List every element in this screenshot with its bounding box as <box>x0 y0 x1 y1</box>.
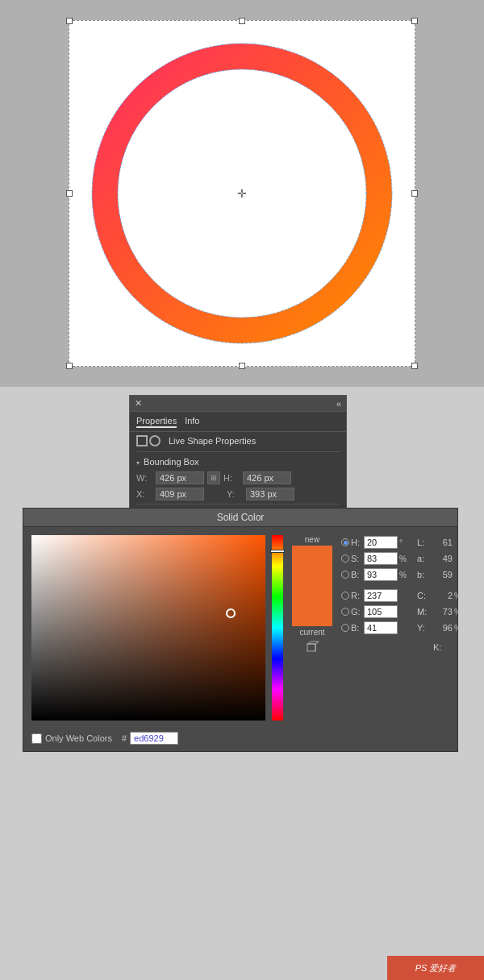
handle-mid-left[interactable] <box>66 190 73 197</box>
dialog-titlebar: Solid Color <box>23 509 457 527</box>
watermark-text: PS 爱好者 <box>415 962 457 974</box>
hue-slider[interactable] <box>272 535 283 720</box>
h-value-row: H: ° L: 61 <box>341 535 482 550</box>
web-colors-label: Only Web Colors <box>45 733 112 743</box>
m-value: 73 <box>435 607 453 617</box>
hex-area: # <box>122 732 178 745</box>
web-colors-checkbox[interactable] <box>31 733 42 744</box>
crosshair-cursor: ✛ <box>237 187 247 200</box>
bounding-box-xy: X: Y: <box>130 486 346 502</box>
a-label: a: <box>417 554 433 563</box>
hue-marker <box>270 550 285 553</box>
brightness-gradient <box>31 535 265 720</box>
gradient-box[interactable] <box>31 535 265 720</box>
bounding-box-wh: W: ⊞ H: <box>130 470 346 486</box>
w-input[interactable] <box>156 471 204 484</box>
w-label: W: <box>136 473 152 483</box>
hex-hash: # <box>122 733 127 743</box>
y-value: 96 <box>435 623 453 633</box>
close-icon[interactable]: ✕ <box>135 398 142 409</box>
b3-value: 59 <box>435 570 453 579</box>
live-shape-label: Live Shape Properties <box>169 436 256 446</box>
color-picker-area[interactable] <box>31 535 265 720</box>
g-value-row: G: M: 73 % <box>341 604 482 619</box>
svg-marker-4 <box>307 642 319 644</box>
shape-icon-circle <box>149 435 161 446</box>
handle-top-mid[interactable] <box>239 18 245 24</box>
x-input[interactable] <box>156 488 204 500</box>
y-unit: % <box>454 624 465 633</box>
hex-input[interactable] <box>130 732 178 745</box>
h-input[interactable] <box>364 536 398 549</box>
k-unit: % <box>470 643 482 652</box>
k-value-row: K: 0 % <box>341 642 482 653</box>
link-wh-icon[interactable]: ⊞ <box>207 471 220 484</box>
canvas-frame: ✛ <box>69 20 415 367</box>
m-label: M: <box>417 607 433 617</box>
s-label: S: <box>351 554 362 563</box>
g-label: G: <box>351 607 362 617</box>
expand-icon[interactable]: « <box>336 399 341 409</box>
web-colors-area: Only Web Colors <box>31 733 112 744</box>
b-value-row: B: % b: 59 <box>341 567 482 582</box>
handle-bottom-mid[interactable] <box>239 363 245 369</box>
tab-info[interactable]: Info <box>185 415 199 428</box>
canvas-area: ✛ <box>0 0 484 387</box>
bounding-box-section[interactable]: ▾ Bounding Box <box>130 454 346 470</box>
current-label: current <box>299 628 324 637</box>
handle-bottom-right[interactable] <box>411 363 418 369</box>
l-label: L: <box>417 538 433 547</box>
r-label: R: <box>351 591 362 600</box>
b2-radio[interactable] <box>341 624 349 632</box>
l-value: 61 <box>435 538 453 547</box>
dialog-title: Solid Color <box>217 512 265 523</box>
handle-top-left[interactable] <box>66 18 73 24</box>
b-input[interactable] <box>364 568 398 581</box>
a-value: 49 <box>435 554 453 563</box>
h-radio[interactable] <box>341 538 349 546</box>
s-radio[interactable] <box>341 554 349 563</box>
panel-titlebar: ✕ « <box>130 396 346 412</box>
handle-bottom-left[interactable] <box>66 363 73 369</box>
g-radio[interactable] <box>341 608 349 616</box>
g-input[interactable] <box>364 605 398 618</box>
dialog-bottom: Only Web Colors # <box>23 729 457 751</box>
b-unit: % <box>399 571 409 579</box>
color-values-area: H: ° L: 61 S: % a: 49 B: % b: <box>341 535 482 720</box>
solid-color-dialog: Solid Color new current <box>23 508 458 752</box>
new-label: new <box>305 535 319 544</box>
handle-top-right[interactable] <box>411 18 418 24</box>
b3-label: b: <box>417 570 433 579</box>
live-shape-header: Live Shape Properties <box>130 432 346 450</box>
y-input[interactable] <box>246 488 294 500</box>
cube-icon[interactable] <box>306 640 319 653</box>
handle-mid-right[interactable] <box>411 190 418 197</box>
c-unit: % <box>454 592 465 600</box>
current-color-preview[interactable] <box>292 586 332 626</box>
h-unit: ° <box>399 538 409 547</box>
dialog-body: new current H: ° L: 61 <box>23 527 457 729</box>
hue-slider-container[interactable] <box>272 535 283 720</box>
y-label: Y: <box>417 623 433 633</box>
h-input[interactable] <box>243 471 291 484</box>
x-label: X: <box>136 489 152 499</box>
h-label: H: <box>223 473 240 483</box>
b2-input[interactable] <box>364 621 398 634</box>
s-input[interactable] <box>364 552 398 565</box>
s-unit: % <box>399 554 409 563</box>
shape-icon-box <box>136 435 148 446</box>
b-radio[interactable] <box>341 571 349 579</box>
r-value-row: R: C: 2 % <box>341 588 482 603</box>
c-label: C: <box>417 591 433 600</box>
panel-tabs: Properties Info <box>130 412 346 432</box>
s-value-row: S: % a: 49 <box>341 551 482 566</box>
r-input[interactable] <box>364 589 398 602</box>
y-label: Y: <box>227 489 243 499</box>
h-label: H: <box>351 538 362 547</box>
watermark: PS 爱好者 <box>387 956 484 980</box>
new-color-preview[interactable] <box>292 546 332 586</box>
b-label: B: <box>351 570 362 579</box>
svg-rect-3 <box>307 644 315 651</box>
r-radio[interactable] <box>341 592 349 600</box>
tab-properties[interactable]: Properties <box>136 415 177 428</box>
